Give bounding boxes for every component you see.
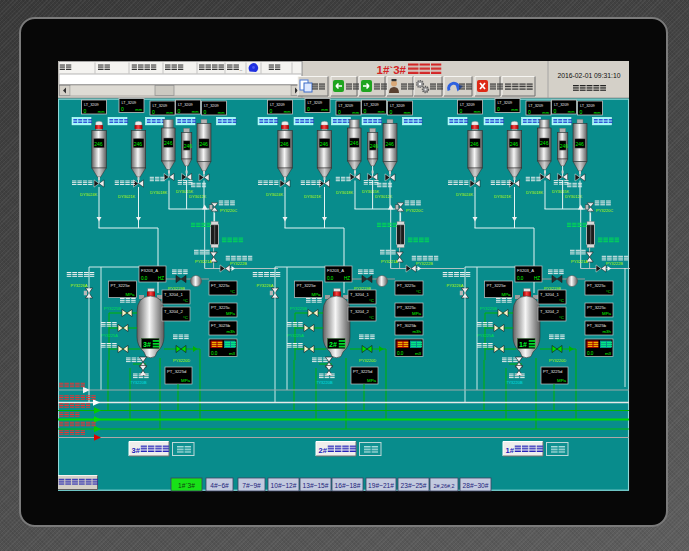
svg-text:1#: 1#: [506, 446, 515, 455]
svg-text:1#: 1#: [519, 341, 527, 348]
svg-text:19#~21#: 19#~21#: [368, 482, 394, 489]
svg-text:1#`3#: 1#`3#: [377, 64, 407, 76]
svg-text:7#~9#: 7#~9#: [242, 482, 261, 489]
svg-text:3#: 3#: [143, 341, 151, 348]
svg-text:16#~18#: 16#~18#: [335, 482, 361, 489]
svg-text:3#: 3#: [132, 446, 141, 455]
svg-text:23#~25#: 23#~25#: [401, 482, 427, 489]
svg-text:2016-02-01 09:31:10: 2016-02-01 09:31:10: [557, 72, 620, 79]
svg-text:..: ..: [240, 66, 243, 72]
svg-text:28#~30#: 28#~30#: [463, 482, 489, 489]
svg-text:1#`3#: 1#`3#: [178, 482, 195, 489]
svg-text:10#~12#: 10#~12#: [271, 482, 297, 489]
svg-text:2#,26#,2: 2#,26#,2: [434, 483, 455, 489]
svg-text:2#: 2#: [319, 446, 328, 455]
svg-text:13#~15#: 13#~15#: [303, 482, 329, 489]
svg-text:2#: 2#: [329, 341, 337, 348]
svg-text:4#~6#: 4#~6#: [210, 482, 229, 489]
